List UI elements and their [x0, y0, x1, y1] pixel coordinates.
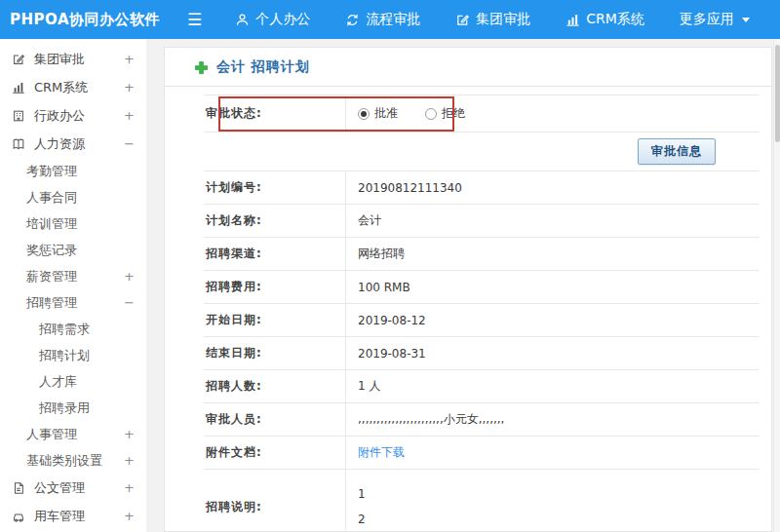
- sidebar-item-label: 培训管理: [26, 215, 77, 233]
- sidebar-item-group-approval[interactable]: 集团审批 +: [0, 45, 146, 73]
- nav-label: 更多应用: [680, 11, 734, 28]
- sidebar-item-talent-pool[interactable]: 人才库: [0, 368, 146, 395]
- app-title: PHPOA协同办公软件: [0, 11, 187, 29]
- sidebar-item-salary[interactable]: 薪资管理 +: [0, 263, 146, 289]
- scrollbar-thumb[interactable]: [775, 45, 780, 142]
- sidebar-item-label: 用车管理: [34, 508, 85, 525]
- top-navbar: PHPOA协同办公软件 ☰ 个人办公 流程审批 集团审批 CRM系统: [0, 0, 780, 39]
- expand-toggle[interactable]: +: [124, 81, 135, 94]
- process-icon: [345, 13, 360, 27]
- expand-toggle[interactable]: +: [124, 270, 135, 283]
- sidebar-item-hr-contract[interactable]: 人事合同: [0, 184, 146, 210]
- sidebar-item-document-management[interactable]: 公文管理 +: [0, 474, 146, 502]
- top-nav-items: 个人办公 流程审批 集团审批 CRM系统 更多应用: [235, 11, 750, 28]
- panel-header: 会计 招聘计划: [165, 48, 771, 87]
- field-value: 会计: [345, 205, 760, 237]
- row-plan-name: 计划名称: 会计: [204, 205, 760, 238]
- field-value: ,,,,,,,,,,,,,,,,,,,,,,,小元女,,,,,,,: [345, 403, 760, 436]
- radio-reject[interactable]: 拒绝: [425, 105, 465, 122]
- sidebar-item-human-resources[interactable]: 人力资源 −: [0, 130, 146, 158]
- row-recruit-channel: 招聘渠道: 网络招聘: [204, 238, 760, 271]
- field-value: 1 人: [345, 370, 760, 402]
- field-value: 附件下载: [345, 437, 760, 469]
- row-approval-status: 审批状态: 批准 拒绝: [204, 95, 760, 133]
- sidebar-item-recruit-hire[interactable]: 招聘录用: [0, 395, 146, 421]
- sidebar-item-recruit-management[interactable]: 招聘管理 −: [0, 289, 146, 316]
- sidebar: 集团审批 + CRM系统 + 行政办公 + 人力资源 − 考勤管理: [0, 39, 146, 532]
- expand-toggle[interactable]: +: [124, 53, 135, 65]
- row-end-date: 结束日期: 2019-08-31: [204, 337, 760, 370]
- field-label: 招聘人数:: [204, 370, 345, 402]
- expand-toggle[interactable]: +: [124, 481, 135, 494]
- nav-label: 流程审批: [366, 11, 420, 28]
- collapse-toggle[interactable]: −: [124, 137, 135, 150]
- expand-toggle[interactable]: +: [124, 510, 135, 522]
- field-label: 招聘费用:: [204, 271, 345, 303]
- field-label: 结束日期:: [204, 337, 345, 369]
- building-icon: [12, 109, 27, 123]
- caret-down-icon: [742, 18, 750, 22]
- chart-icon: [566, 13, 580, 27]
- nav-process-approval[interactable]: 流程审批: [345, 11, 420, 28]
- field-value: 2019-08-12: [345, 304, 760, 336]
- sidebar-item-label: 人力资源: [34, 135, 85, 153]
- sidebar-item-training[interactable]: 培训管理: [0, 210, 146, 237]
- expand-toggle[interactable]: +: [124, 109, 135, 122]
- status-radios: 批准 拒绝: [345, 95, 760, 132]
- radio-approve-circle[interactable]: [358, 108, 370, 120]
- sidebar-item-attendance[interactable]: 考勤管理: [0, 158, 146, 184]
- sidebar-item-label: 招聘录用: [39, 399, 90, 417]
- main-content: 会计 招聘计划 审批状态: 批准 拒绝: [146, 39, 780, 532]
- sidebar-item-label: 人事管理: [26, 426, 77, 443]
- sidebar-item-recruit-plan[interactable]: 招聘计划: [0, 342, 146, 368]
- add-icon: [194, 60, 209, 75]
- sidebar-item-label: 集团审批: [34, 51, 85, 68]
- edit-icon: [455, 13, 470, 27]
- field-label: 招聘说明:: [204, 470, 345, 532]
- approval-info-button[interactable]: 审批信息: [638, 138, 716, 165]
- content-panel: 会计 招聘计划 审批状态: 批准 拒绝: [164, 47, 772, 532]
- sidebar-item-basic-category[interactable]: 基础类别设置 +: [0, 447, 146, 474]
- sidebar-item-admin-office[interactable]: 行政办公 +: [0, 101, 146, 130]
- nav-label: 个人办公: [255, 11, 310, 28]
- row-plan-number: 计划编号: 20190812111340: [204, 171, 760, 205]
- sidebar-item-crm-system[interactable]: CRM系统 +: [0, 73, 146, 101]
- radio-reject-label: 拒绝: [442, 105, 465, 122]
- person-icon: [235, 13, 250, 27]
- row-attachment: 附件文档: 附件下载: [204, 437, 760, 470]
- nav-group-approval[interactable]: 集团审批: [455, 11, 530, 28]
- sidebar-item-label: 薪资管理: [26, 268, 77, 285]
- attachment-download-link[interactable]: 附件下载: [358, 444, 405, 461]
- nav-more-apps[interactable]: 更多应用: [680, 11, 750, 28]
- sidebar-item-vehicle-management[interactable]: 用车管理 +: [0, 502, 146, 530]
- vertical-scrollbar[interactable]: [773, 39, 780, 532]
- car-icon: [12, 510, 27, 523]
- chart-icon: [12, 81, 27, 95]
- menu-toggle-icon[interactable]: ☰: [187, 12, 202, 28]
- radio-approve[interactable]: 批准: [358, 105, 398, 122]
- expand-toggle[interactable]: +: [124, 454, 135, 467]
- collapse-toggle[interactable]: −: [124, 296, 135, 309]
- sidebar-item-personnel-management[interactable]: 人事管理 +: [0, 421, 146, 447]
- sidebar-item-recruit-demand[interactable]: 招聘需求: [0, 316, 146, 342]
- nav-crm-system[interactable]: CRM系统: [566, 11, 644, 28]
- row-headcount: 招聘人数: 1 人: [204, 370, 760, 403]
- field-value: 1 2: [345, 470, 760, 532]
- row-recruit-cost: 招聘费用: 100 RMB: [204, 271, 760, 304]
- sidebar-item-label: 基础类别设置: [26, 452, 102, 470]
- field-label: 招聘渠道:: [204, 238, 345, 270]
- nav-personal-office[interactable]: 个人办公: [235, 11, 310, 28]
- nav-label: 集团审批: [476, 11, 530, 28]
- expand-toggle[interactable]: +: [124, 428, 135, 440]
- sidebar-item-label: 招聘需求: [39, 321, 90, 338]
- sidebar-item-label: 招聘管理: [26, 294, 77, 312]
- field-label: 计划名称:: [204, 205, 345, 237]
- sidebar-item-label: 人才库: [39, 373, 77, 391]
- radio-reject-circle[interactable]: [425, 108, 437, 120]
- field-value: 网络招聘: [345, 238, 760, 270]
- sidebar-item-rewards[interactable]: 奖惩记录: [0, 237, 146, 263]
- field-label: 开始日期:: [204, 304, 345, 336]
- page-title: 会计 招聘计划: [216, 58, 310, 76]
- sidebar-item-label: 公文管理: [34, 479, 85, 497]
- sidebar-item-label: 行政办公: [34, 107, 85, 125]
